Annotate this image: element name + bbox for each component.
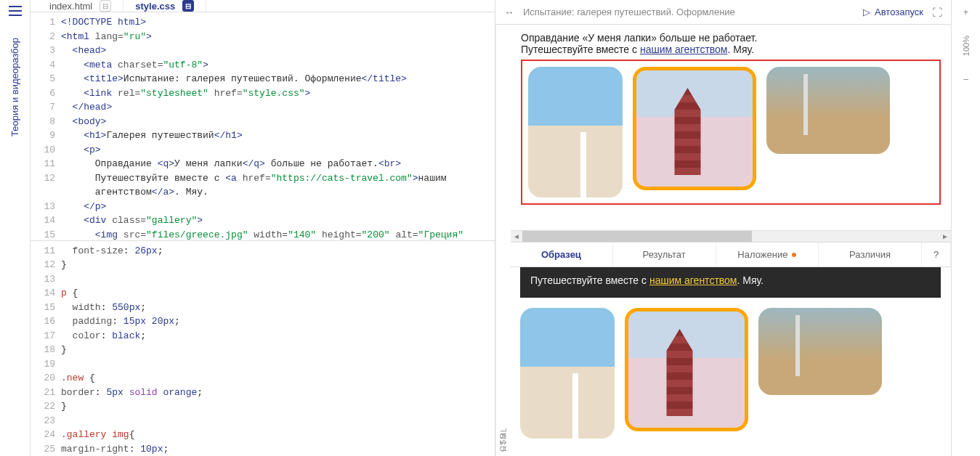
gallery-image-japan [625, 308, 748, 431]
fullscreen-icon[interactable]: ⛶ [932, 7, 942, 18]
gallery-image-greece [520, 308, 615, 439]
zoom-level: 100% [962, 36, 971, 56]
line-gutter: 11121314151617181920212223242526272829 [31, 241, 61, 457]
agency-link[interactable]: нашим агентством [649, 274, 737, 286]
left-sidebar: Теория и видеоразбор [0, 0, 31, 456]
play-icon: ▷ [863, 7, 870, 17]
autorun-button[interactable]: ▷ Автозапуск [863, 7, 923, 17]
indicator-dot-icon [792, 253, 796, 257]
menu-icon[interactable] [9, 6, 22, 16]
resize-icon[interactable]: ↔ [504, 7, 514, 18]
tab-badge-icon: ⊟ [182, 0, 194, 12]
tab-badge-icon: ⊟ [100, 0, 111, 12]
scroll-left-icon[interactable]: ◄ [511, 231, 522, 242]
horizontal-scrollbar[interactable]: ◄ ► [511, 230, 951, 242]
preview-top-bar: ↔ Испытание: галерея путешествий. Оформл… [495, 0, 951, 25]
zoom-rail: + 100% – [951, 0, 980, 456]
tab-label: index.html [49, 1, 92, 12]
gallery-image-turkey [766, 67, 890, 154]
zoom-out-button[interactable]: – [963, 74, 968, 84]
css-editor[interactable]: 11121314151617181920212223242526272829 f… [31, 241, 495, 457]
editor-tabs: index.html ⊟ style.css ⊟ [31, 0, 495, 12]
tab-overlay[interactable]: Наложение [716, 243, 819, 266]
theory-link[interactable]: Теория и видеоразбор [9, 38, 20, 137]
result-tabs: Образец Результат Наложение Различия ? [510, 243, 951, 267]
tab-index-html[interactable]: index.html ⊟ [38, 0, 123, 12]
html-editor[interactable]: 123456789101112131415 <!DOCTYPE html> <h… [31, 12, 495, 241]
tab-result[interactable]: Результат [613, 243, 716, 266]
scroll-right-icon[interactable]: ► [939, 231, 951, 242]
tab-label: style.css [135, 1, 175, 12]
preview-output: Оправдание «У меня лапки» больше не рабо… [511, 25, 951, 243]
css-code[interactable]: font-size: 26px; } p { width: 550px; pad… [61, 241, 495, 457]
sample-text: Путешествуйте вместе с нашим агентством.… [530, 274, 931, 286]
preview-column: ↔ Испытание: галерея путешествий. Оформл… [495, 0, 951, 456]
tab-diff[interactable]: Различия [819, 243, 922, 266]
css-side-label: CSS [495, 243, 510, 456]
diff-highlight-box [521, 60, 941, 205]
gallery-image-japan [633, 67, 756, 190]
help-button[interactable]: ? [922, 243, 951, 266]
editor-column: index.html ⊟ style.css ⊟ 123456789101112… [31, 0, 495, 456]
tab-style-css[interactable]: style.css ⊟ [123, 0, 206, 12]
preview-text: Оправдание «У меня лапки» больше не рабо… [521, 32, 941, 55]
line-gutter: 123456789101112131415 [31, 12, 61, 240]
zoom-in-button[interactable]: + [963, 7, 968, 17]
html-code[interactable]: <!DOCTYPE html> <html lang="ru"> <head> … [61, 12, 495, 240]
gallery-image-greece [528, 67, 623, 198]
agency-link[interactable]: нашим агентством [640, 44, 728, 55]
preview-title: Испытание: галерея путешествий. Оформлен… [523, 7, 854, 17]
tab-sample[interactable]: Образец [510, 243, 613, 266]
sample-output: Путешествуйте вместе с нашим агентством.… [510, 267, 951, 456]
gallery-image-turkey [758, 308, 882, 395]
